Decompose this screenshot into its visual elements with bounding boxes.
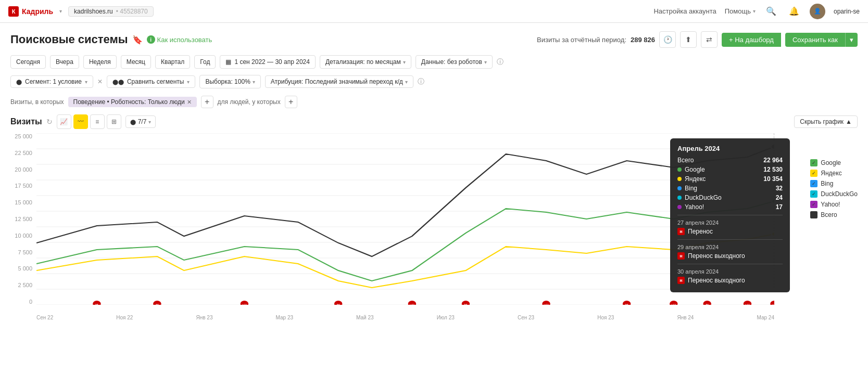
- yesterday-filter-btn[interactable]: Вчера: [50, 55, 79, 69]
- x-label-jul23: Июл 23: [437, 315, 455, 320]
- behavior-tag-close-icon[interactable]: ✕: [187, 99, 192, 106]
- download-icon-btn[interactable]: ⬆: [680, 31, 697, 48]
- tooltip-row-total: Всего 22 964: [677, 157, 783, 164]
- quarter-filter-btn[interactable]: Квартал: [155, 55, 190, 69]
- attribution-btn[interactable]: Атрибуция: Последний значимый переход к/…: [265, 75, 413, 88]
- week-filter-btn[interactable]: Неделя: [83, 55, 117, 69]
- google-dot: [677, 167, 682, 172]
- add-dashboard-button[interactable]: + На дашборд: [722, 33, 781, 47]
- data-select-btn[interactable]: Данные: без роботов ▾: [416, 55, 493, 69]
- y-label-10000: 10 000: [15, 233, 32, 239]
- chart-type-line-btn[interactable]: 📈: [57, 114, 71, 129]
- help-link[interactable]: Помощь ▾: [725, 7, 756, 15]
- top-navigation: К Кадриль ▾ kadrilshoes.ru • 45528870 На…: [0, 0, 868, 23]
- today-filter-btn[interactable]: Сегодня: [10, 55, 46, 69]
- series-selector-btn[interactable]: ⬤ 7/7 ▾: [125, 115, 156, 128]
- chart-type-bar-btn[interactable]: ≡: [90, 114, 105, 129]
- hide-chart-text: Скрыть график: [800, 118, 844, 125]
- bell-icon-btn[interactable]: 🔔: [787, 4, 801, 19]
- save-as-btn-group: Сохранить как ▾: [785, 33, 858, 47]
- y-label-17500: 17 500: [15, 183, 32, 189]
- legend-item-total[interactable]: ✓ Всего: [810, 211, 858, 218]
- chart-type-buttons: 📈 〰 ≡ ⊞: [57, 114, 121, 129]
- avatar[interactable]: 👤: [810, 4, 825, 19]
- search-icon-btn[interactable]: 🔍: [764, 4, 778, 19]
- legend-item-yahoo[interactable]: ✓ Yahoo!: [810, 201, 858, 208]
- chart-type-area-btn[interactable]: 〰: [73, 114, 88, 129]
- data-chevron-icon: ▾: [484, 59, 487, 65]
- bookmark-icon[interactable]: 🔖: [132, 35, 143, 45]
- y-label-5000: 5 000: [18, 265, 32, 272]
- save-as-button[interactable]: Сохранить как: [785, 33, 845, 47]
- visits-section-header: Визиты ↻ 📈 〰 ≡ ⊞ ⬤ 7/7 ▾ Скрыть график ▲: [10, 114, 858, 129]
- sample-text: Выборка: 100%: [205, 78, 250, 85]
- behavior-tag[interactable]: Поведение • Роботность: Только люди ✕: [68, 97, 197, 107]
- settings-link[interactable]: Настройка аккаунта: [653, 7, 716, 15]
- yandex-line: [36, 234, 774, 288]
- legend-item-bing[interactable]: ✓ Bing: [810, 180, 858, 187]
- logo[interactable]: К Кадриль: [8, 6, 53, 17]
- compare-segments-btn[interactable]: ⬤⬤ Сравнить сегменты ▾: [107, 75, 196, 88]
- tooltip-value-bing: 32: [776, 185, 783, 192]
- site-id: • 45528870: [116, 8, 148, 15]
- attr-text: Атрибуция: Последний значимый переход к/…: [271, 78, 403, 85]
- year-filter-btn[interactable]: Год: [194, 55, 216, 69]
- tooltip-label-yandex: Яндекс: [677, 175, 706, 183]
- site-name: kadrilshoes.ru: [74, 8, 113, 15]
- segment-tag[interactable]: ⬤ Сегмент: 1 условие ▾: [10, 75, 93, 88]
- sample-btn[interactable]: Выборка: 100% ▾: [199, 75, 260, 88]
- header-right: Визиты за отчётный период: 289 826 🕐 ⬆ ⇄…: [537, 31, 858, 48]
- info-circle-icon: i: [147, 35, 155, 44]
- segment-bar: ⬤ Сегмент: 1 условие ▾ ✕ ⬤⬤ Сравнить сег…: [10, 75, 858, 88]
- refresh-icon[interactable]: ↻: [46, 118, 53, 126]
- tooltip-value-google: 12 530: [763, 166, 783, 173]
- detail-select-btn[interactable]: Детализация: по месяцам ▾: [320, 55, 411, 69]
- event-marker-2-text: н: [156, 302, 159, 305]
- y-label-15000: 15 000: [15, 199, 32, 205]
- filter-bar: Сегодня Вчера Неделя Месяц Квартал Год ▦…: [10, 55, 858, 69]
- tooltip-value-yandex: 10 354: [763, 175, 783, 183]
- clock-icon-btn[interactable]: 🕐: [659, 31, 676, 48]
- filter-info-icon[interactable]: ⓘ: [497, 57, 504, 67]
- event-marker-10-text: н: [706, 302, 709, 305]
- x-label-nov22: Ноя 22: [116, 315, 133, 320]
- legend-item-duckduckgo[interactable]: ✓ DuckDuckGo: [810, 190, 858, 198]
- legend-label-yandex: Яндекс: [821, 170, 841, 177]
- event-label-3: Перенос выходного: [688, 277, 745, 284]
- legend-check-google: ✓: [810, 159, 817, 166]
- y-axis: 25 000 22 500 20 000 17 500 15 000 12 50…: [10, 133, 36, 305]
- tooltip-event-1: н Перенос: [677, 228, 783, 235]
- compare-text: Сравнить сегменты: [127, 78, 184, 85]
- segment-label-text: Сегмент: 1 условие: [25, 78, 82, 85]
- legend-item-yandex[interactable]: ✓ Яндекс: [810, 170, 858, 177]
- date-range-btn[interactable]: ▦ 1 сен 2022 — 30 апр 2024: [220, 55, 316, 69]
- segment-close-icon[interactable]: ✕: [97, 78, 103, 85]
- save-as-dropdown-button[interactable]: ▾: [845, 33, 858, 47]
- x-label-jan23: Янв 23: [196, 315, 212, 320]
- series-chevron-icon: ▾: [148, 119, 151, 125]
- legend-item-google[interactable]: ✓ Google: [810, 159, 858, 166]
- date-range-text: 1 сен 2022 — 30 апр 2024: [234, 58, 310, 66]
- event-marker-3-text: н)): [242, 303, 247, 305]
- logo-dropdown-icon[interactable]: ▾: [59, 8, 62, 14]
- site-badge[interactable]: kadrilshoes.ru • 45528870: [68, 6, 154, 17]
- event-marker-9-text: н)): [671, 303, 676, 305]
- help-chevron-icon: ▾: [753, 8, 756, 14]
- legend-label-total: Всего: [821, 211, 837, 218]
- help-badge[interactable]: i Как использовать: [147, 35, 212, 44]
- legend-label-duckduckgo: DuckDuckGo: [821, 190, 858, 198]
- attr-info-icon[interactable]: ⓘ: [418, 77, 424, 86]
- tooltip-label-total: Всего: [677, 157, 694, 164]
- add-condition-2-btn[interactable]: +: [285, 96, 297, 108]
- compare-icon-btn[interactable]: ⇄: [701, 31, 718, 48]
- add-condition-btn[interactable]: +: [201, 96, 213, 108]
- tooltip-label-google: Google: [677, 166, 705, 173]
- legend-label-yahoo: Yahoo!: [821, 201, 840, 208]
- event-icon-2: н: [677, 252, 685, 260]
- event-marker-11-text: н)): [745, 303, 750, 305]
- x-label-mar24: Мар 24: [757, 315, 774, 320]
- tooltip-divider-3: [677, 264, 783, 264]
- chart-type-grid-btn[interactable]: ⊞: [107, 114, 121, 129]
- month-filter-btn[interactable]: Месяц: [121, 55, 151, 69]
- hide-chart-btn[interactable]: Скрыть график ▲: [794, 115, 858, 128]
